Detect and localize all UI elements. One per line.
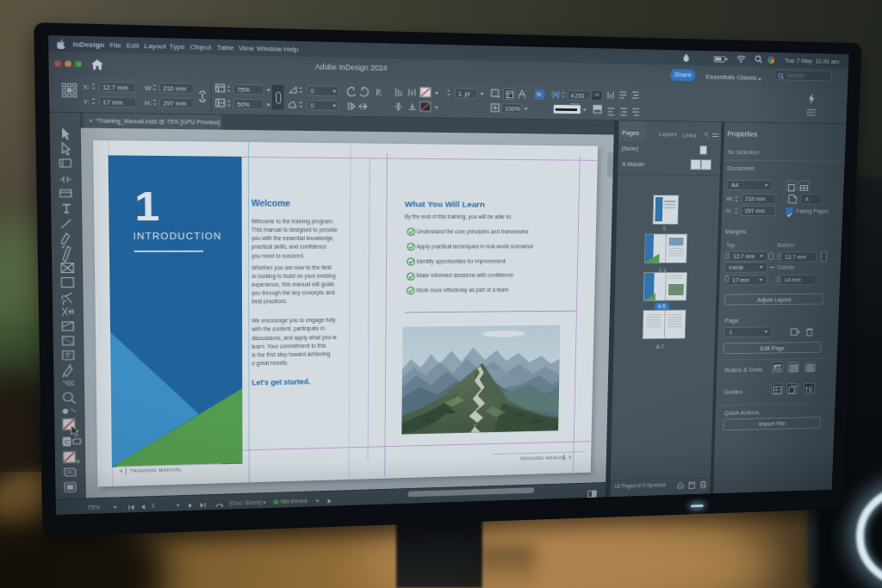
svg-text:1: 1 [809,387,812,392]
svg-text:C: C [65,438,70,446]
